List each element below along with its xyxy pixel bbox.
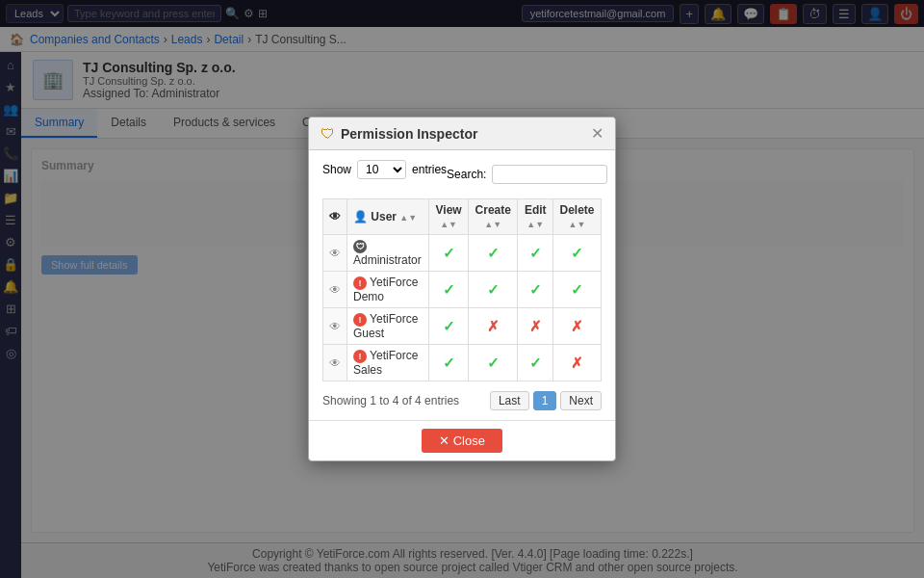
cross-icon: ✗ (571, 318, 583, 334)
role-icon: 🛡 (353, 240, 367, 253)
row-edit-cell-2: ✗ (518, 308, 553, 345)
shield-icon: 🛡 (321, 125, 335, 142)
eye-icon: 👁 (329, 210, 341, 223)
sort-arrow-delete: ▲▼ (569, 220, 586, 229)
check-icon: ✓ (571, 245, 583, 261)
modal-footer: ✕ Close (309, 420, 615, 460)
next-button[interactable]: Next (560, 391, 602, 410)
modal-header: 🛡 Permission Inspector ✕ (309, 118, 615, 150)
table-row: 👁! YetiForce Demo✓✓✓✓ (323, 272, 602, 308)
row-user-cell-1: ! YetiForce Demo (347, 272, 429, 308)
sort-arrow-view: ▲▼ (440, 220, 457, 229)
page-1-button[interactable]: 1 (533, 391, 557, 410)
pagination-row: Showing 1 to 4 of 4 entries Last 1 Next (322, 391, 602, 410)
table-row: 👁🛡 Administrator✓✓✓✓ (323, 235, 602, 272)
sort-arrow-user: ▲▼ (399, 213, 417, 223)
modal-overlay: 🛡 Permission Inspector ✕ Show 10 25 50 1… (0, 0, 924, 578)
row-eye-cell-0: 👁 (323, 235, 347, 272)
col-delete-header[interactable]: Delete ▲▼ (553, 199, 602, 235)
show-label: Show (322, 163, 351, 176)
row-delete-cell-0: ✓ (553, 235, 602, 272)
row-eye-cell-2: 👁 (323, 308, 347, 345)
showing-text: Showing 1 to 4 of 4 entries (322, 394, 459, 407)
row-view-cell-3: ✓ (429, 345, 469, 381)
row-user-cell-2: ! YetiForce Guest (347, 308, 429, 345)
search-label: Search: (447, 168, 486, 181)
table-row: 👁! YetiForce Sales✓✓✓✗ (323, 345, 602, 381)
permission-table-body: 👁🛡 Administrator✓✓✓✓👁! YetiForce Demo✓✓✓… (323, 235, 602, 381)
eye-icon: 👁 (329, 320, 341, 333)
row-user-cell-3: ! YetiForce Sales (347, 345, 429, 381)
row-create-cell-1: ✓ (469, 272, 518, 308)
row-user-cell-0: 🛡 Administrator (347, 235, 429, 272)
row-view-cell-0: ✓ (429, 235, 469, 272)
check-icon: ✓ (571, 281, 583, 298)
row-delete-cell-3: ✗ (553, 345, 602, 381)
row-eye-cell-3: 👁 (323, 345, 347, 381)
role-icon: ! (353, 313, 367, 327)
check-icon: ✓ (529, 245, 542, 261)
role-icon: ! (353, 350, 367, 363)
col-eye-header[interactable]: 👁 (323, 199, 347, 235)
modal-header-left: 🛡 Permission Inspector (321, 125, 477, 142)
search-row: Search: (447, 165, 607, 184)
check-icon: ✓ (443, 355, 455, 371)
check-icon: ✓ (487, 245, 500, 261)
sort-arrow-create: ▲▼ (484, 220, 501, 229)
row-edit-cell-3: ✓ (518, 345, 553, 381)
cross-icon: ✗ (571, 355, 583, 371)
check-icon: ✓ (443, 318, 455, 334)
check-icon: ✓ (443, 281, 455, 298)
pager: Last 1 Next (490, 391, 602, 410)
modal-title: Permission Inspector (341, 126, 477, 142)
row-view-cell-2: ✓ (429, 308, 469, 345)
modal-close-button[interactable]: ✕ Close (422, 429, 502, 453)
show-count-select[interactable]: 10 25 50 100 (357, 160, 406, 179)
col-edit-header[interactable]: Edit ▲▼ (518, 199, 553, 235)
row-create-cell-2: ✗ (469, 308, 518, 345)
check-icon: ✓ (529, 355, 542, 371)
row-create-cell-0: ✓ (469, 235, 518, 272)
sort-arrow-edit: ▲▼ (526, 220, 544, 229)
role-icon: ! (353, 276, 367, 290)
row-delete-cell-1: ✓ (553, 272, 602, 308)
row-view-cell-1: ✓ (429, 272, 469, 308)
check-icon: ✓ (443, 245, 455, 261)
modal-close-x-button[interactable]: ✕ (591, 126, 603, 142)
row-eye-cell-1: 👁 (323, 272, 347, 308)
cross-icon: ✗ (529, 318, 542, 334)
table-row: 👁! YetiForce Guest✓✗✗✗ (323, 308, 602, 345)
check-icon: ✓ (487, 281, 500, 298)
user-icon-header: 👤 (353, 210, 368, 223)
col-user-header[interactable]: 👤 User ▲▼ (347, 199, 429, 235)
show-search-row: Show 10 25 50 100 entries Search: (322, 160, 602, 189)
modal-body: Show 10 25 50 100 entries Search: (309, 150, 615, 420)
eye-icon: 👁 (329, 247, 341, 260)
col-view-header[interactable]: View ▲▼ (429, 199, 469, 235)
permission-table: 👁 👤 User ▲▼ View ▲▼ Create ▲▼ Edit ▲▼ De… (322, 198, 602, 381)
row-edit-cell-1: ✓ (518, 272, 553, 308)
eye-icon: 👁 (329, 356, 341, 370)
cross-icon: ✗ (487, 318, 500, 334)
eye-icon: 👁 (329, 283, 341, 297)
permission-inspector-modal: 🛡 Permission Inspector ✕ Show 10 25 50 1… (308, 117, 616, 461)
row-create-cell-3: ✓ (469, 345, 518, 381)
row-delete-cell-2: ✗ (553, 308, 602, 345)
entries-label: entries (412, 163, 447, 176)
modal-search-input[interactable] (492, 165, 607, 184)
last-button[interactable]: Last (490, 391, 529, 410)
show-entries-row: Show 10 25 50 100 entries (322, 160, 447, 179)
check-icon: ✓ (529, 281, 542, 298)
table-header-row: 👁 👤 User ▲▼ View ▲▼ Create ▲▼ Edit ▲▼ De… (323, 199, 602, 235)
col-create-header[interactable]: Create ▲▼ (469, 199, 518, 235)
row-edit-cell-0: ✓ (518, 235, 553, 272)
check-icon: ✓ (487, 355, 500, 371)
